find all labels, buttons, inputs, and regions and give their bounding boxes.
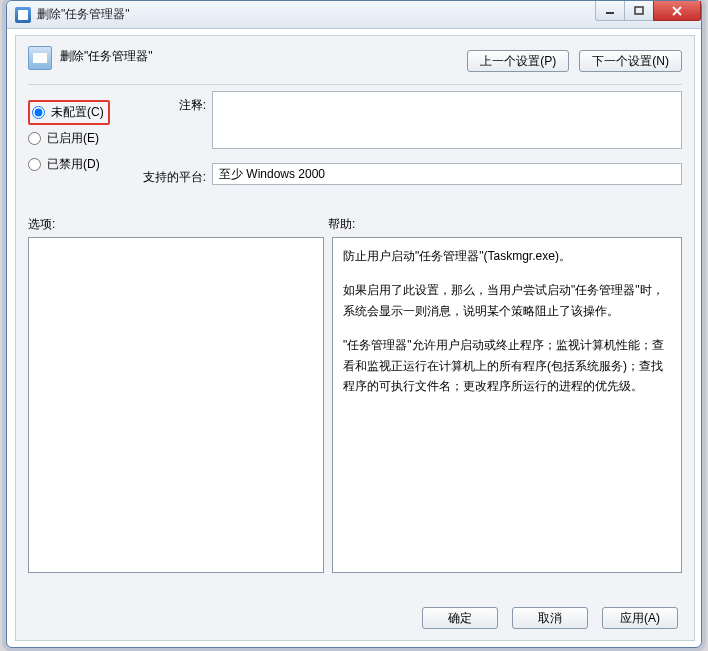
options-pane[interactable] bbox=[28, 237, 324, 573]
dialog-window: 删除"任务管理器" 删除"任务管理器" 上一个设置(P) 下一个设置(N) bbox=[6, 0, 702, 648]
apply-label: 应用(A) bbox=[620, 610, 660, 627]
mid-labels: 选项: 帮助: bbox=[16, 192, 694, 237]
help-pane[interactable]: 防止用户启动"任务管理器"(Taskmgr.exe)。 如果启用了此设置，那么，… bbox=[332, 237, 682, 573]
help-p3: "任务管理器"允许用户启动或终止程序；监视计算机性能；查看和监视正运行在计算机上… bbox=[343, 335, 671, 396]
radio-enabled[interactable] bbox=[28, 132, 41, 145]
note-textarea[interactable] bbox=[212, 91, 682, 149]
ok-button[interactable]: 确定 bbox=[422, 607, 498, 629]
policy-title: 删除"任务管理器" bbox=[60, 44, 467, 65]
help-label: 帮助: bbox=[328, 216, 682, 233]
platform-row: 支持的平台: 至少 Windows 2000 bbox=[142, 163, 682, 186]
window-title: 删除"任务管理器" bbox=[37, 6, 130, 23]
radio-disabled[interactable] bbox=[28, 158, 41, 171]
maximize-icon bbox=[634, 6, 644, 16]
prev-setting-button[interactable]: 上一个设置(P) bbox=[467, 50, 569, 72]
help-p1: 防止用户启动"任务管理器"(Taskmgr.exe)。 bbox=[343, 246, 671, 266]
radio-enabled-wrap: 已启用(E) bbox=[28, 125, 132, 151]
cancel-label: 取消 bbox=[538, 610, 562, 627]
options-label: 选项: bbox=[28, 216, 328, 233]
cancel-button[interactable]: 取消 bbox=[512, 607, 588, 629]
prev-setting-label: 上一个设置(P) bbox=[480, 53, 556, 70]
app-icon bbox=[15, 7, 31, 23]
radio-enabled-label: 已启用(E) bbox=[47, 130, 99, 147]
svg-rect-0 bbox=[606, 12, 614, 14]
note-row: 注释: bbox=[142, 91, 682, 149]
radio-disabled-wrap: 已禁用(D) bbox=[28, 151, 132, 177]
policy-icon bbox=[28, 46, 52, 70]
window-buttons bbox=[596, 1, 701, 21]
nav-buttons: 上一个设置(P) 下一个设置(N) bbox=[467, 44, 682, 72]
help-p2: 如果启用了此设置，那么，当用户尝试启动"任务管理器"时，系统会显示一则消息，说明… bbox=[343, 280, 671, 321]
client-area: 删除"任务管理器" 上一个设置(P) 下一个设置(N) 未配置(C) 已启用(E… bbox=[15, 35, 695, 641]
titlebar[interactable]: 删除"任务管理器" bbox=[7, 1, 701, 29]
header-row: 删除"任务管理器" 上一个设置(P) 下一个设置(N) bbox=[16, 36, 694, 84]
radio-disabled-label: 已禁用(D) bbox=[47, 156, 100, 173]
panes: 防止用户启动"任务管理器"(Taskmgr.exe)。 如果启用了此设置，那么，… bbox=[16, 237, 694, 573]
form-column: 注释: 支持的平台: 至少 Windows 2000 bbox=[142, 91, 682, 192]
radio-not-configured-label: 未配置(C) bbox=[51, 104, 104, 121]
radio-column: 未配置(C) 已启用(E) 已禁用(D) bbox=[28, 91, 132, 192]
radio-not-configured[interactable] bbox=[32, 106, 45, 119]
next-setting-button[interactable]: 下一个设置(N) bbox=[579, 50, 682, 72]
radio-not-configured-wrap: 未配置(C) bbox=[28, 99, 132, 125]
note-label: 注释: bbox=[142, 91, 212, 114]
ok-label: 确定 bbox=[448, 610, 472, 627]
close-button[interactable] bbox=[653, 1, 701, 21]
footer: 确定 取消 应用(A) bbox=[16, 596, 694, 640]
supported-on-label: 支持的平台: bbox=[142, 163, 212, 186]
supported-on-value: 至少 Windows 2000 bbox=[212, 163, 682, 185]
config-area: 未配置(C) 已启用(E) 已禁用(D) 注释: 支持的平 bbox=[16, 85, 694, 192]
svg-rect-1 bbox=[635, 7, 643, 14]
maximize-button[interactable] bbox=[624, 1, 654, 21]
minimize-button[interactable] bbox=[595, 1, 625, 21]
close-icon bbox=[671, 6, 683, 16]
next-setting-label: 下一个设置(N) bbox=[592, 53, 669, 70]
apply-button[interactable]: 应用(A) bbox=[602, 607, 678, 629]
highlight-box: 未配置(C) bbox=[28, 100, 110, 125]
minimize-icon bbox=[605, 6, 615, 16]
